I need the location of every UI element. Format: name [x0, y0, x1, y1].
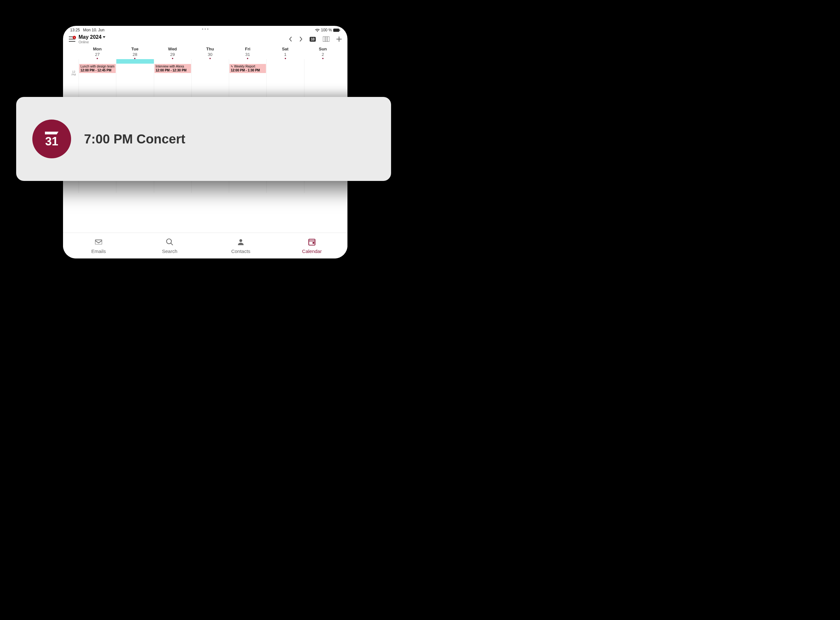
battery-icon — [333, 29, 340, 32]
search-icon — [166, 238, 174, 247]
prev-week-button[interactable] — [289, 36, 292, 42]
wifi-icon — [315, 29, 320, 32]
day-header-fri[interactable]: Fri 31 — [229, 47, 266, 59]
svg-text:31: 31 — [45, 135, 58, 148]
svg-point-3 — [166, 239, 171, 244]
time-label-12pm: 12 PM — [69, 64, 78, 83]
online-status: Online — [78, 40, 105, 44]
pencil-icon: ✎ — [231, 65, 233, 68]
day-header-wed[interactable]: Wed 29 — [154, 47, 191, 59]
days-header: Mon 27 Tue 28 Wed 29 Thu 30 Fri 31 Sat 1 — [63, 45, 348, 59]
status-bar: 13:25 Mon 10. Jun 100 % — [63, 26, 348, 33]
status-date: Mon 10. Jun — [83, 28, 104, 32]
menu-badge: 1 — [73, 36, 76, 39]
day-header-tue[interactable]: Tue 28 — [116, 47, 154, 59]
event-lunch[interactable]: Lunch with design team 12:00 PM - 12:45 … — [79, 64, 116, 73]
chevron-down-icon — [103, 36, 105, 38]
person-icon — [236, 238, 245, 247]
month-title[interactable]: May 2024 — [78, 34, 105, 40]
event-interview[interactable]: Interview with Alexa 12:00 PM - 12:30 PM — [155, 64, 191, 73]
event-allday-tue[interactable] — [116, 59, 154, 64]
status-time: 13:25 — [70, 28, 80, 32]
notification-text: 7:00 PM Concert — [84, 132, 185, 146]
app-header: 1 May 2024 Online 10 — [63, 33, 348, 45]
svg-rect-1 — [339, 29, 340, 31]
menu-icon[interactable]: 1 — [69, 36, 75, 42]
tab-emails[interactable]: Emails — [63, 233, 134, 259]
tab-contacts[interactable]: Contacts — [205, 233, 276, 259]
tab-calendar[interactable]: Calendar — [276, 233, 348, 259]
tab-bar: Emails Search Contacts Calendar — [63, 233, 348, 259]
app-calendar-icon: 31 — [32, 120, 71, 158]
svg-rect-6 — [313, 242, 314, 244]
day-header-sat[interactable]: Sat 1 — [266, 47, 304, 59]
svg-point-4 — [239, 239, 242, 242]
view-columns-icon[interactable] — [323, 36, 329, 42]
status-dots — [202, 29, 208, 30]
add-button[interactable] — [336, 36, 342, 42]
svg-rect-2 — [323, 36, 329, 42]
battery-percent: 100 % — [321, 28, 332, 32]
day-header-sun[interactable]: Sun 2 — [304, 47, 342, 59]
day-header-thu[interactable]: Thu 30 — [191, 47, 229, 59]
month-title-text: May 2024 — [78, 34, 101, 40]
svg-rect-0 — [333, 29, 339, 32]
day-header-mon[interactable]: Mon 27 — [78, 47, 116, 59]
notification-card[interactable]: 31 7:00 PM Concert — [16, 97, 391, 181]
event-weekly-report[interactable]: ✎Weekly Report 12:00 PM - 1:30 PM — [229, 64, 266, 73]
calendar-icon — [308, 238, 316, 247]
tab-search[interactable]: Search — [134, 233, 205, 259]
mail-icon — [94, 238, 103, 247]
next-week-button[interactable] — [299, 36, 303, 42]
today-button[interactable]: 10 — [310, 37, 316, 42]
